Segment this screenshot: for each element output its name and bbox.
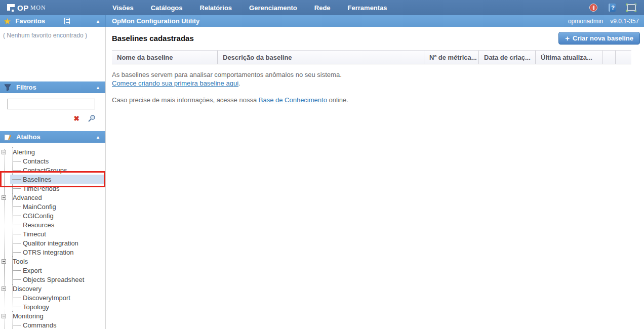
tree-item-objects-spreadsheet[interactable]: Objects Spreadsheet (10, 275, 105, 284)
tree-node-alerting[interactable]: Alerting (0, 147, 105, 156)
tree-item-commands[interactable]: Commands (10, 320, 105, 329)
collapse-node-icon[interactable] (2, 195, 6, 200)
tree-item-resources[interactable]: Resources (10, 220, 105, 229)
app-subheader: OpMon Configuration Utility opmonadmin v… (106, 15, 644, 27)
main-nav: Visões Catálogos Relatórios Gerenciament… (112, 4, 387, 12)
app-title: OpMon Configuration Utility (112, 17, 199, 25)
logo-text-light: MON (30, 4, 46, 12)
shortcuts-panel-header[interactable]: Atalhos ▲ (0, 131, 105, 143)
collapse-shortcuts-icon[interactable]: ▲ (96, 135, 100, 140)
tree-item-mainconfig[interactable]: MainConfig (10, 202, 105, 211)
funnel-icon (4, 84, 11, 91)
app-version: v9.0.1-357 (610, 18, 639, 25)
baselines-table-header: Nome da baseline Descrição da baseline N… (112, 50, 631, 64)
collapse-node-icon[interactable] (2, 259, 6, 264)
filters-title: Filtros (16, 84, 36, 91)
knowledge-base-link[interactable]: Base de Conhecimento (259, 96, 327, 104)
top-menu-bar: OP MON Visões Catálogos Relatórios Geren… (0, 0, 644, 15)
collapse-favorites-icon[interactable]: ▲ (96, 19, 100, 24)
collapse-filters-icon[interactable]: ▲ (96, 85, 100, 90)
column-header-nome[interactable]: Nome da baseline (112, 51, 217, 64)
clear-filter-icon[interactable]: ✖ (73, 115, 79, 122)
tree-item-timecut[interactable]: Timecut (10, 229, 105, 238)
knowledge-base-text: Caso precise de mais informações, acesse… (112, 96, 640, 104)
collapse-node-icon[interactable] (2, 286, 6, 291)
tree-node-tools[interactable]: Tools (0, 257, 105, 266)
tree-item-export[interactable]: Export (10, 266, 105, 275)
opmon-logo-icon (7, 4, 15, 12)
empty-state-text: As baselines servem para analisar compor… (112, 70, 640, 88)
tree-item-otrs-integration[interactable]: OTRS integration (10, 248, 105, 257)
opmon-logo[interactable]: OP MON (0, 4, 106, 12)
create-baseline-button[interactable]: + Criar nova baseline (558, 32, 640, 45)
filters-panel-header[interactable]: Filtros ▲ (0, 81, 105, 93)
nav-ferramentas[interactable]: Ferramentas (348, 4, 387, 12)
edit-notes-icon (4, 134, 11, 141)
logged-user: opmonadmin (568, 18, 603, 25)
nav-gerenciamento[interactable]: Gerenciamento (249, 4, 297, 12)
logo-text-bold: OP (17, 4, 29, 12)
sidebar: ( Nenhum favorito encontrado ) Filtros ▲… (0, 27, 106, 329)
search-icon[interactable] (88, 114, 96, 122)
column-header-metricas[interactable]: Nº de métrica... (424, 51, 478, 64)
shortcuts-tree: Alerting Contacts ContactGroups Baseline… (0, 147, 105, 329)
list-icon[interactable] (64, 18, 70, 24)
page-title: Baselines cadastradas (112, 32, 194, 43)
nav-visoes[interactable]: Visões (112, 4, 134, 12)
tree-node-advanced[interactable]: Advanced (0, 193, 105, 202)
shortcuts-title: Atalhos (16, 133, 41, 141)
column-header-data-criacao[interactable]: Data de criaç... (478, 51, 535, 64)
tree-item-contactgroups[interactable]: ContactGroups (10, 166, 105, 175)
tree-item-contacts[interactable]: Contacts (10, 156, 105, 166)
topbar-icons: ? (589, 4, 644, 12)
tree-item-discoveryimport[interactable]: DiscoveryImport (10, 293, 105, 302)
favorites-empty-message: ( Nenhum favorito encontrado ) (0, 27, 105, 39)
star-icon: ★ (4, 17, 11, 25)
tree-item-baselines[interactable]: Baselines (10, 175, 104, 184)
create-first-baseline-link[interactable]: Comece criando sua primeira baseline aqu… (112, 79, 238, 87)
nav-catalogos[interactable]: Catálogos (151, 4, 183, 12)
tree-item-topology[interactable]: Topology (10, 302, 105, 311)
plus-icon: + (565, 34, 570, 43)
collapse-node-icon[interactable] (2, 314, 6, 318)
tree-node-discovery[interactable]: Discovery (0, 284, 105, 293)
filter-input[interactable] (7, 99, 95, 109)
filter-actions: ✖ (0, 109, 105, 122)
nav-rede[interactable]: Rede (314, 4, 331, 12)
column-header-empty-2 (615, 51, 631, 64)
fullscreen-icon[interactable] (627, 4, 636, 11)
column-header-empty-1 (602, 51, 615, 64)
column-header-descricao[interactable]: Descrição da baseline (217, 51, 424, 64)
favorites-title: Favoritos (16, 17, 46, 25)
tree-item-cgiconfig[interactable]: CGIConfig (10, 211, 105, 220)
main-content: Baselines cadastradas + Criar nova basel… (106, 27, 644, 329)
tree-item-qualitor-integration[interactable]: Qualitor integration (10, 238, 105, 248)
help-icon[interactable]: ? (609, 4, 616, 12)
tree-node-monitoring[interactable]: Monitoring (0, 311, 105, 320)
logout-icon[interactable] (589, 4, 597, 12)
tree-item-timeperiods[interactable]: TimePeriods (10, 184, 105, 193)
column-header-ultima-atualizacao[interactable]: Última atualiza... (535, 51, 602, 64)
collapse-node-icon[interactable] (2, 150, 6, 154)
favorites-panel-header[interactable]: ★ Favoritos ▲ (0, 15, 106, 27)
nav-relatorios[interactable]: Relatórios (200, 4, 232, 12)
